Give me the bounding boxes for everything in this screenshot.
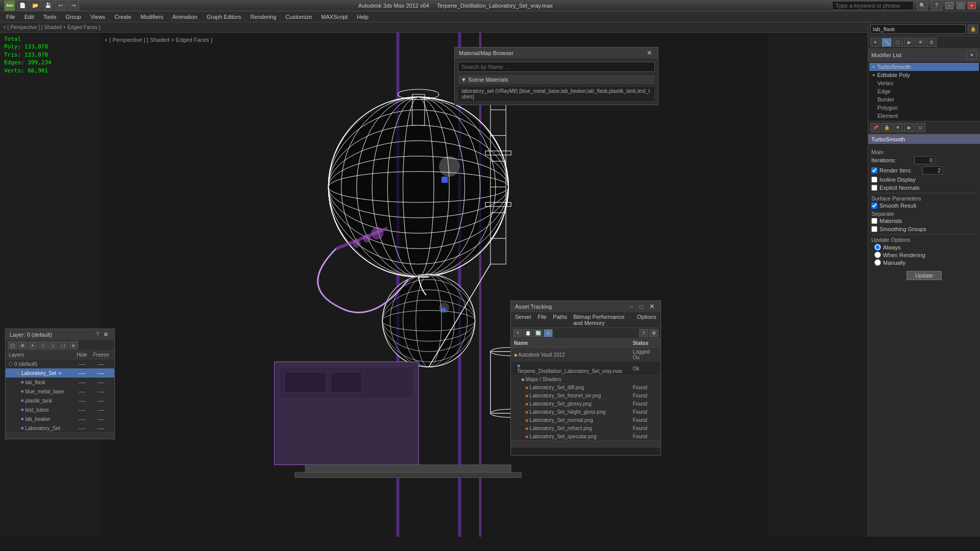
asset-row-normal[interactable]: ■ Laboratory_Set_normal.png Found xyxy=(511,416,660,424)
minimize-btn[interactable]: − xyxy=(945,2,953,9)
modifier-dropdown-btn[interactable]: ▼ xyxy=(967,51,977,60)
asset-row-hilight[interactable]: ■ Laboratory_Set_hilight_gloss.png Found xyxy=(511,408,660,416)
menu-maxscript[interactable]: MAXScript xyxy=(317,13,352,21)
modifier-border[interactable]: Border xyxy=(869,95,979,104)
asset-row-fresnel[interactable]: ■ Laboratory_Set_fresnel_ior.png Found xyxy=(511,392,660,400)
scene-materials-header[interactable]: ▼ Scene Materials xyxy=(458,75,655,84)
layer-help-btn[interactable]: ? xyxy=(96,331,99,338)
layer-row-test-tubes[interactable]: ■ test_tubes ---- ---- xyxy=(6,405,114,414)
lock-icon[interactable]: 🔒 xyxy=(968,24,978,34)
menu-group[interactable]: Group xyxy=(61,13,85,21)
asset-menu-paths[interactable]: Paths xyxy=(551,313,569,327)
layer-scrollbar[interactable] xyxy=(6,433,114,439)
layer-tool-1[interactable]: ⬡ xyxy=(8,341,17,349)
lock-stack-icon[interactable]: 🔒 xyxy=(881,123,892,132)
material-entry[interactable]: laboratory_set (VRayMtl) [blue_metal_bas… xyxy=(458,86,655,102)
close-btn[interactable]: ✕ xyxy=(968,2,976,9)
ts-iterations-input[interactable] xyxy=(914,156,935,164)
layer-tool-5[interactable]: ↓ xyxy=(48,341,58,349)
asset-tool-2[interactable]: 📋 xyxy=(523,329,532,337)
modifier-edge[interactable]: Edge xyxy=(869,87,979,95)
asset-close-btn[interactable]: ✕ xyxy=(647,303,656,310)
layer-close-btn[interactable]: ✕ xyxy=(101,331,110,338)
asset-menu-bitmap[interactable]: Bitmap Performance and Memory xyxy=(571,313,633,327)
menu-help[interactable]: Help xyxy=(353,13,373,21)
asset-tool-1[interactable]: ? xyxy=(513,329,522,337)
asset-row-maps[interactable]: ■ Maps / Shaders xyxy=(511,375,660,384)
asset-scrollbar[interactable] xyxy=(511,441,660,447)
layer-tool-add[interactable]: + xyxy=(28,341,37,349)
asset-row-specular[interactable]: ■ Laboratory_Set_specular.png Found xyxy=(511,433,660,441)
menu-customize[interactable]: Customize xyxy=(281,13,316,21)
ts-render-iters-input[interactable] xyxy=(922,166,943,174)
layer-tool-4[interactable]: ↑ xyxy=(38,341,47,349)
asset-menu-server[interactable]: Server xyxy=(513,313,533,327)
app-icon[interactable]: 3ds xyxy=(4,0,15,11)
layer-header[interactable]: Layer: 0 (default) ? ✕ xyxy=(6,329,114,340)
layer-row-plastik-tank[interactable]: ■ plastik_tank ---- ---- xyxy=(6,396,114,405)
undo-btn[interactable]: ↩ xyxy=(55,0,66,11)
object-name-input[interactable] xyxy=(870,24,966,34)
display-panel-btn[interactable]: 👁 xyxy=(915,38,925,47)
create-panel-btn[interactable]: ✦ xyxy=(870,38,880,47)
pin-stack-icon[interactable]: 📌 xyxy=(870,123,880,132)
ts-radio-always-input[interactable] xyxy=(874,244,881,251)
help-btn[interactable]: ? xyxy=(931,0,942,11)
menu-rendering[interactable]: Rendering xyxy=(247,13,281,21)
restore-btn[interactable]: □ xyxy=(957,2,965,9)
layer-tool-7[interactable]: ≡ xyxy=(69,341,78,349)
asset-tool-5[interactable]: ⚙ xyxy=(649,329,658,337)
search-input[interactable] xyxy=(832,1,914,10)
new-btn[interactable]: 📄 xyxy=(17,0,28,11)
asset-row-vault[interactable]: ■ Autodesk Vault 2012 Logged Ou xyxy=(511,348,660,362)
asset-menu-file[interactable]: File xyxy=(535,313,549,327)
ts-explicit-checkbox[interactable] xyxy=(871,185,877,191)
ts-smoothing-groups-checkbox[interactable] xyxy=(871,226,877,232)
ts-header[interactable]: TurboSmooth xyxy=(868,135,980,144)
asset-menu-options[interactable]: Options xyxy=(635,313,658,327)
modifier-turbosmooth[interactable]: ● TurboSmooth xyxy=(869,63,979,71)
show-result-icon[interactable]: ▶ xyxy=(904,123,914,132)
asset-row-maxfile[interactable]: ■ Terpene_Distillation_Laboratory_Set_vr… xyxy=(511,362,660,375)
search-icon[interactable]: 🔍 xyxy=(917,0,928,11)
asset-row-refract[interactable]: ■ Laboratory_Set_refract.png Found xyxy=(511,424,660,433)
ts-isoline-checkbox[interactable] xyxy=(871,177,877,183)
modifier-polygon[interactable]: Polygon xyxy=(869,104,979,112)
show-end-icon[interactable]: ▼ xyxy=(893,123,903,132)
ts-radio-manually-input[interactable] xyxy=(874,259,881,266)
make-unique-icon[interactable]: U xyxy=(915,123,925,132)
menu-edit[interactable]: Edit xyxy=(20,13,38,21)
asset-tool-3[interactable]: 🔄 xyxy=(533,329,543,337)
menu-views[interactable]: Views xyxy=(86,13,109,21)
layer-row-default[interactable]: ⬡ 0 (default) ---- ---- xyxy=(6,359,114,368)
layer-row-lab-beaker[interactable]: ■ lab_beaker ---- ---- xyxy=(6,414,114,423)
layer-row-laboratory-set2[interactable]: ■ Laboratory_Set ---- ---- xyxy=(6,423,114,433)
layer-row-laboratory-set[interactable]: ⬡ Laboratory_Set ▶ ---- ---- xyxy=(6,368,114,378)
menu-modifiers[interactable]: Modifiers xyxy=(136,13,167,21)
save-btn[interactable]: 💾 xyxy=(42,0,54,11)
layer-row-lab-flask[interactable]: ■ lab_flask ---- ---- xyxy=(6,378,114,387)
asset-tool-help[interactable]: ? xyxy=(639,329,648,337)
asset-row-glossy[interactable]: ■ Laboratory_Set_glossy.png Found xyxy=(511,400,660,408)
modifier-vertex[interactable]: Vertex xyxy=(869,79,979,87)
menu-tools[interactable]: Tools xyxy=(39,13,61,21)
utilities-panel-btn[interactable]: ⚙ xyxy=(926,38,937,47)
asset-tracking-header[interactable]: Asset Tracking − □ ✕ xyxy=(511,301,660,312)
layer-row-blue-metal[interactable]: ■ blue_metal_base ---- ---- xyxy=(6,387,114,396)
asset-row-diff[interactable]: ■ Laboratory_Set_diff.png Found xyxy=(511,384,660,392)
modify-panel-btn[interactable]: 🔧 xyxy=(881,38,892,47)
ts-materials-checkbox[interactable] xyxy=(871,218,877,224)
modifier-editable-poly[interactable]: ● Editable Poly xyxy=(869,71,979,79)
menu-graph-editors[interactable]: Graph Editors xyxy=(203,13,246,21)
redo-btn[interactable]: ↪ xyxy=(68,0,79,11)
menu-create[interactable]: Create xyxy=(110,13,135,21)
mat-browser-close[interactable]: ✕ xyxy=(645,49,654,57)
layer-tool-6[interactable]: ↓↑ xyxy=(59,341,68,349)
asset-tool-4[interactable]: ≡ xyxy=(544,329,553,337)
ts-smooth-result-checkbox[interactable] xyxy=(871,203,877,209)
asset-minimize-btn[interactable]: − xyxy=(628,303,635,310)
layer-tool-delete[interactable]: ✕ xyxy=(18,341,27,349)
hierarchy-panel-btn[interactable]: ⬡ xyxy=(893,38,903,47)
motion-panel-btn[interactable]: ▶ xyxy=(904,38,914,47)
modifier-element[interactable]: Element xyxy=(869,112,979,120)
